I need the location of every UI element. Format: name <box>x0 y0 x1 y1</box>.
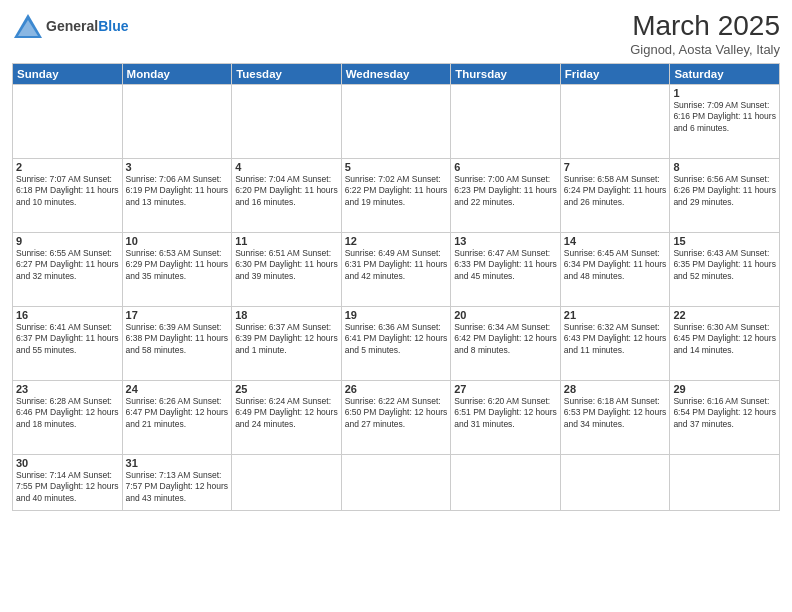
calendar-cell: 26Sunrise: 6:22 AM Sunset: 6:50 PM Dayli… <box>341 381 451 455</box>
day-info: Sunrise: 6:22 AM Sunset: 6:50 PM Dayligh… <box>345 396 448 430</box>
calendar-cell: 7Sunrise: 6:58 AM Sunset: 6:24 PM Daylig… <box>560 159 670 233</box>
day-number: 17 <box>126 309 229 321</box>
calendar-cell <box>232 455 342 511</box>
day-info: Sunrise: 6:24 AM Sunset: 6:49 PM Dayligh… <box>235 396 338 430</box>
calendar-cell: 1Sunrise: 7:09 AM Sunset: 6:16 PM Daylig… <box>670 85 780 159</box>
day-info: Sunrise: 7:00 AM Sunset: 6:23 PM Dayligh… <box>454 174 557 208</box>
calendar-cell <box>232 85 342 159</box>
day-number: 5 <box>345 161 448 173</box>
calendar-cell: 20Sunrise: 6:34 AM Sunset: 6:42 PM Dayli… <box>451 307 561 381</box>
day-number: 1 <box>673 87 776 99</box>
calendar-cell: 28Sunrise: 6:18 AM Sunset: 6:53 PM Dayli… <box>560 381 670 455</box>
day-info: Sunrise: 6:56 AM Sunset: 6:26 PM Dayligh… <box>673 174 776 208</box>
calendar-cell: 9Sunrise: 6:55 AM Sunset: 6:27 PM Daylig… <box>13 233 123 307</box>
col-friday: Friday <box>560 64 670 85</box>
day-info: Sunrise: 6:20 AM Sunset: 6:51 PM Dayligh… <box>454 396 557 430</box>
calendar-cell: 23Sunrise: 6:28 AM Sunset: 6:46 PM Dayli… <box>13 381 123 455</box>
day-number: 26 <box>345 383 448 395</box>
calendar-cell: 12Sunrise: 6:49 AM Sunset: 6:31 PM Dayli… <box>341 233 451 307</box>
calendar-cell: 25Sunrise: 6:24 AM Sunset: 6:49 PM Dayli… <box>232 381 342 455</box>
day-number: 20 <box>454 309 557 321</box>
calendar-cell: 6Sunrise: 7:00 AM Sunset: 6:23 PM Daylig… <box>451 159 561 233</box>
day-info: Sunrise: 7:07 AM Sunset: 6:18 PM Dayligh… <box>16 174 119 208</box>
day-number: 31 <box>126 457 229 469</box>
day-number: 14 <box>564 235 667 247</box>
calendar-cell: 2Sunrise: 7:07 AM Sunset: 6:18 PM Daylig… <box>13 159 123 233</box>
calendar-cell: 22Sunrise: 6:30 AM Sunset: 6:45 PM Dayli… <box>670 307 780 381</box>
calendar-cell <box>670 455 780 511</box>
calendar-cell: 16Sunrise: 6:41 AM Sunset: 6:37 PM Dayli… <box>13 307 123 381</box>
calendar-cell <box>560 85 670 159</box>
day-number: 25 <box>235 383 338 395</box>
title-block: March 2025 Gignod, Aosta Valley, Italy <box>630 10 780 57</box>
logo: GeneralBlue <box>12 10 128 42</box>
day-number: 3 <box>126 161 229 173</box>
day-info: Sunrise: 6:55 AM Sunset: 6:27 PM Dayligh… <box>16 248 119 282</box>
calendar-cell: 18Sunrise: 6:37 AM Sunset: 6:39 PM Dayli… <box>232 307 342 381</box>
col-tuesday: Tuesday <box>232 64 342 85</box>
calendar-cell: 17Sunrise: 6:39 AM Sunset: 6:38 PM Dayli… <box>122 307 232 381</box>
calendar-cell: 19Sunrise: 6:36 AM Sunset: 6:41 PM Dayli… <box>341 307 451 381</box>
day-info: Sunrise: 6:49 AM Sunset: 6:31 PM Dayligh… <box>345 248 448 282</box>
day-info: Sunrise: 6:36 AM Sunset: 6:41 PM Dayligh… <box>345 322 448 356</box>
day-number: 22 <box>673 309 776 321</box>
calendar-cell: 11Sunrise: 6:51 AM Sunset: 6:30 PM Dayli… <box>232 233 342 307</box>
day-info: Sunrise: 7:02 AM Sunset: 6:22 PM Dayligh… <box>345 174 448 208</box>
col-thursday: Thursday <box>451 64 561 85</box>
day-number: 16 <box>16 309 119 321</box>
day-number: 2 <box>16 161 119 173</box>
calendar-cell: 24Sunrise: 6:26 AM Sunset: 6:47 PM Dayli… <box>122 381 232 455</box>
day-number: 15 <box>673 235 776 247</box>
calendar-subtitle: Gignod, Aosta Valley, Italy <box>630 42 780 57</box>
day-number: 6 <box>454 161 557 173</box>
day-number: 10 <box>126 235 229 247</box>
col-wednesday: Wednesday <box>341 64 451 85</box>
day-number: 19 <box>345 309 448 321</box>
calendar-cell: 30Sunrise: 7:14 AM Sunset: 7:55 PM Dayli… <box>13 455 123 511</box>
day-info: Sunrise: 6:41 AM Sunset: 6:37 PM Dayligh… <box>16 322 119 356</box>
col-sunday: Sunday <box>13 64 123 85</box>
calendar-cell: 31Sunrise: 7:13 AM Sunset: 7:57 PM Dayli… <box>122 455 232 511</box>
day-number: 29 <box>673 383 776 395</box>
calendar-cell: 14Sunrise: 6:45 AM Sunset: 6:34 PM Dayli… <box>560 233 670 307</box>
calendar-cell <box>341 85 451 159</box>
col-monday: Monday <box>122 64 232 85</box>
day-info: Sunrise: 7:13 AM Sunset: 7:57 PM Dayligh… <box>126 470 229 504</box>
calendar-cell <box>560 455 670 511</box>
calendar-header-row: Sunday Monday Tuesday Wednesday Thursday… <box>13 64 780 85</box>
day-info: Sunrise: 6:32 AM Sunset: 6:43 PM Dayligh… <box>564 322 667 356</box>
day-info: Sunrise: 6:51 AM Sunset: 6:30 PM Dayligh… <box>235 248 338 282</box>
day-info: Sunrise: 6:34 AM Sunset: 6:42 PM Dayligh… <box>454 322 557 356</box>
day-info: Sunrise: 6:18 AM Sunset: 6:53 PM Dayligh… <box>564 396 667 430</box>
calendar-cell <box>451 85 561 159</box>
calendar-cell: 21Sunrise: 6:32 AM Sunset: 6:43 PM Dayli… <box>560 307 670 381</box>
day-info: Sunrise: 7:14 AM Sunset: 7:55 PM Dayligh… <box>16 470 119 504</box>
day-info: Sunrise: 6:16 AM Sunset: 6:54 PM Dayligh… <box>673 396 776 430</box>
day-info: Sunrise: 7:09 AM Sunset: 6:16 PM Dayligh… <box>673 100 776 134</box>
day-info: Sunrise: 6:39 AM Sunset: 6:38 PM Dayligh… <box>126 322 229 356</box>
calendar-cell: 10Sunrise: 6:53 AM Sunset: 6:29 PM Dayli… <box>122 233 232 307</box>
day-info: Sunrise: 6:43 AM Sunset: 6:35 PM Dayligh… <box>673 248 776 282</box>
day-number: 9 <box>16 235 119 247</box>
calendar-cell: 27Sunrise: 6:20 AM Sunset: 6:51 PM Dayli… <box>451 381 561 455</box>
calendar-cell <box>451 455 561 511</box>
header: GeneralBlue March 2025 Gignod, Aosta Val… <box>12 10 780 57</box>
day-number: 27 <box>454 383 557 395</box>
day-info: Sunrise: 6:47 AM Sunset: 6:33 PM Dayligh… <box>454 248 557 282</box>
calendar-title: March 2025 <box>630 10 780 42</box>
calendar-cell: 3Sunrise: 7:06 AM Sunset: 6:19 PM Daylig… <box>122 159 232 233</box>
calendar-cell: 29Sunrise: 6:16 AM Sunset: 6:54 PM Dayli… <box>670 381 780 455</box>
day-number: 18 <box>235 309 338 321</box>
logo-icon <box>12 10 44 42</box>
day-number: 23 <box>16 383 119 395</box>
day-number: 28 <box>564 383 667 395</box>
calendar-cell: 13Sunrise: 6:47 AM Sunset: 6:33 PM Dayli… <box>451 233 561 307</box>
day-info: Sunrise: 7:06 AM Sunset: 6:19 PM Dayligh… <box>126 174 229 208</box>
day-number: 21 <box>564 309 667 321</box>
page: GeneralBlue March 2025 Gignod, Aosta Val… <box>0 0 792 612</box>
day-number: 12 <box>345 235 448 247</box>
day-info: Sunrise: 6:28 AM Sunset: 6:46 PM Dayligh… <box>16 396 119 430</box>
day-info: Sunrise: 7:04 AM Sunset: 6:20 PM Dayligh… <box>235 174 338 208</box>
day-info: Sunrise: 6:53 AM Sunset: 6:29 PM Dayligh… <box>126 248 229 282</box>
day-number: 11 <box>235 235 338 247</box>
